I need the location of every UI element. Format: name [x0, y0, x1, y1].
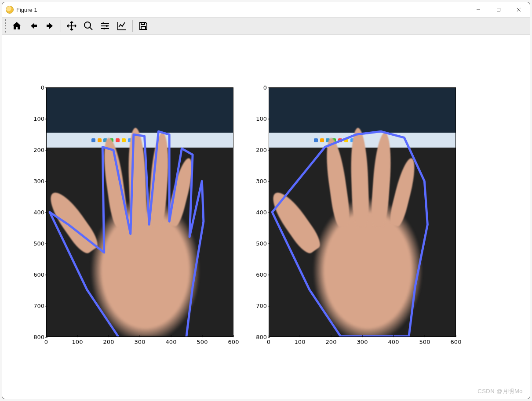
- configure-subplots-button[interactable]: [97, 18, 113, 33]
- y-tick-label: 0: [25, 84, 44, 91]
- y-tick-label: 600: [25, 271, 44, 278]
- svg-point-1: [84, 22, 91, 28]
- home-icon: [11, 21, 22, 31]
- y-tick-label: 700: [248, 303, 267, 309]
- home-button[interactable]: [9, 18, 25, 33]
- magnifier-icon: [83, 21, 94, 31]
- figure-canvas[interactable]: 0100200300400500600700800010020030040050…: [2, 35, 530, 399]
- y-tick-label: 200: [248, 147, 267, 153]
- titlebar: Figure 1: [2, 2, 530, 17]
- y-tick-label: 800: [25, 334, 44, 340]
- save-button[interactable]: [135, 18, 151, 33]
- matplotlib-app-icon: [6, 6, 14, 14]
- x-tick-label: 100: [295, 339, 306, 345]
- close-button[interactable]: [509, 3, 529, 17]
- watermark-text: CSDN @月明Mo: [477, 387, 523, 395]
- subplot-1: 0100200300400500600700800010020030040050…: [46, 87, 233, 337]
- svg-rect-0: [497, 8, 500, 11]
- y-tick-label: 500: [248, 240, 267, 247]
- window-title: Figure 1: [16, 7, 37, 13]
- y-tick-label: 400: [25, 209, 44, 216]
- x-tick-label: 600: [451, 339, 462, 345]
- y-tick-label: 500: [25, 240, 44, 247]
- hand-photo: [269, 88, 455, 336]
- y-tick-label: 100: [248, 116, 267, 122]
- toolbar-separator: [61, 20, 61, 32]
- y-tick-label: 100: [25, 116, 44, 122]
- y-ticks: 0100200300400500600700800: [248, 87, 267, 337]
- move-icon: [66, 21, 77, 31]
- y-ticks: 0100200300400500600700800: [25, 87, 44, 337]
- maximize-button[interactable]: [488, 3, 509, 17]
- y-tick-label: 400: [248, 209, 267, 216]
- matplotlib-toolbar: [2, 17, 530, 35]
- sliders-icon: [100, 21, 110, 31]
- x-tick-label: 400: [388, 339, 399, 345]
- figure-window: Figure 1: [2, 2, 530, 399]
- x-tick-label: 300: [357, 339, 368, 345]
- x-tick-label: 100: [72, 339, 83, 345]
- pan-button[interactable]: [64, 18, 80, 33]
- y-tick-label: 600: [248, 271, 267, 278]
- image-axes[interactable]: [46, 87, 233, 337]
- y-tick-label: 200: [25, 147, 44, 153]
- y-tick-label: 800: [248, 334, 267, 340]
- x-tick-label: 600: [228, 339, 239, 345]
- forward-button[interactable]: [42, 18, 58, 33]
- zoom-button[interactable]: [80, 18, 96, 33]
- back-button[interactable]: [26, 18, 41, 33]
- svg-point-3: [106, 25, 108, 27]
- chart-line-icon: [117, 21, 127, 31]
- svg-point-2: [102, 22, 104, 24]
- svg-point-4: [103, 28, 105, 29]
- y-tick-label: 300: [25, 178, 44, 184]
- y-tick-label: 300: [248, 178, 267, 184]
- hand-photo: [47, 88, 233, 336]
- x-tick-label: 200: [103, 339, 114, 345]
- image-axes[interactable]: [269, 87, 456, 337]
- x-tick-label: 500: [419, 339, 430, 345]
- x-tick-label: 400: [166, 339, 177, 345]
- x-tick-label: 200: [326, 339, 337, 345]
- y-tick-label: 0: [248, 84, 267, 91]
- x-ticks: 0100200300400500600: [46, 339, 233, 349]
- save-icon: [138, 21, 149, 31]
- arrow-right-icon: [45, 21, 55, 31]
- x-ticks: 0100200300400500600: [269, 339, 456, 349]
- toolbar-grip: [5, 19, 6, 33]
- arrow-left-icon: [28, 21, 39, 31]
- minimize-button[interactable]: [468, 3, 488, 17]
- x-tick-label: 500: [197, 339, 208, 345]
- x-tick-label: 0: [267, 339, 270, 345]
- y-tick-label: 700: [25, 303, 44, 309]
- x-tick-label: 300: [135, 339, 146, 345]
- toolbar-separator: [132, 20, 133, 32]
- x-tick-label: 0: [44, 339, 48, 345]
- edit-axis-button[interactable]: [114, 18, 130, 33]
- subplot-2: 0100200300400500600700800010020030040050…: [269, 87, 456, 337]
